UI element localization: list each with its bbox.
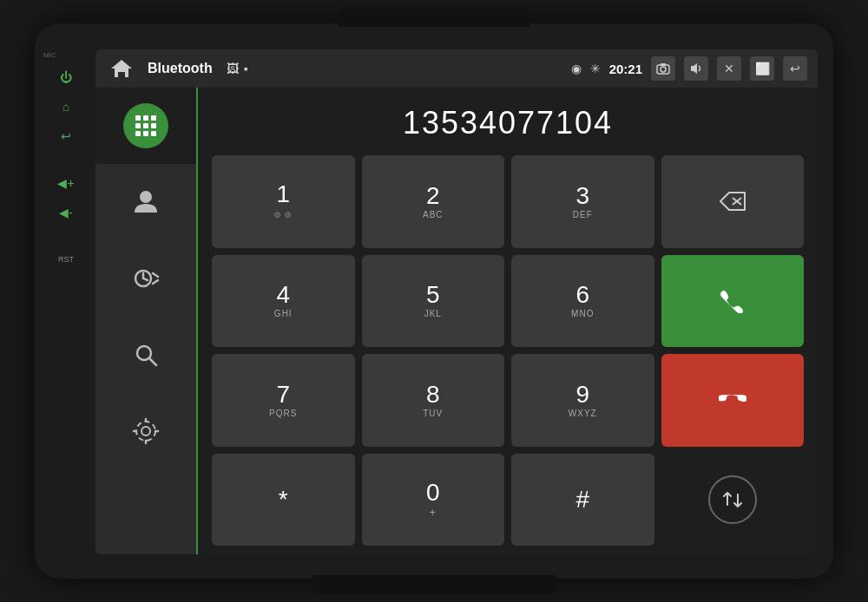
svg-point-14 [140,191,152,203]
svg-marker-0 [111,60,132,77]
svg-rect-5 [135,115,141,121]
contacts-icon [123,180,168,225]
dial-8[interactable]: 8 TUV [362,354,505,447]
letters-6: MNO [571,309,594,318]
transfer-icon [720,487,745,512]
dial-backspace[interactable] [661,155,805,248]
status-time: 20:21 [609,62,642,76]
side-back-button[interactable]: ↩ [56,126,76,147]
letters-4: GHI [274,309,293,318]
digit-1: 1 [276,182,290,206]
svg-rect-13 [151,131,156,136]
home-icon [109,56,134,81]
letters-2: ABC [423,210,444,219]
letters-5: JKL [424,309,442,318]
nav-settings[interactable] [95,393,196,469]
transfer-button[interactable] [708,475,757,524]
letters-1: ⌾ ⌾ [274,208,292,220]
status-bar: Bluetooth 🖼 ▪ ◉ ✳ 20:21 [95,49,818,88]
dial-5[interactable]: 5 JKL [362,255,505,348]
letters-8: TUV [423,409,443,418]
digit-7: 7 [276,383,290,407]
svg-rect-6 [143,115,148,121]
nav-search[interactable] [95,317,196,393]
dial-star[interactable]: * [212,454,355,546]
svg-rect-7 [151,115,156,121]
digit-4: 4 [276,283,290,307]
main-content: 13534077104 1 ⌾ ⌾ 2 ABC 3 DEF [95,88,818,554]
call-icon [719,287,746,315]
svg-rect-3 [661,63,666,66]
reset-button[interactable]: RST [56,249,76,270]
nav-contacts[interactable] [95,164,196,240]
bluetooth-title: Bluetooth [148,61,213,76]
mic-label: MIC [43,51,56,59]
dial-0[interactable]: 0 + [362,454,505,546]
phone-number-display: 13534077104 [212,96,804,155]
settings-icon [123,409,168,454]
side-controls: ⏻ ⌂ ↩ ◀+ ◀- RST [47,67,85,535]
dial-area: 13534077104 1 ⌾ ⌾ 2 ABC 3 DEF [198,88,818,554]
dial-3[interactable]: 3 DEF [511,155,654,248]
svg-rect-8 [135,123,141,128]
digit-5: 5 [426,283,440,307]
status-icons: 🖼 ▪ [227,62,248,75]
letters-3: DEF [573,210,593,219]
back-button[interactable]: ↩ [783,56,807,81]
dial-grid: 1 ⌾ ⌾ 2 ABC 3 DEF [212,155,804,546]
volume-icon [689,62,703,75]
hangup-button[interactable] [661,354,805,447]
camera-icon [656,62,670,75]
svg-line-17 [149,358,156,365]
svg-marker-4 [691,63,697,74]
left-nav [95,88,198,554]
letters-9: WXYZ [569,409,597,418]
screen-area: Bluetooth 🖼 ▪ ◉ ✳ 20:21 [95,49,818,554]
svg-point-18 [141,427,150,435]
dial-1[interactable]: 1 ⌾ ⌾ [212,155,355,248]
window-button[interactable]: ⬜ [750,56,774,81]
svg-rect-11 [135,131,141,136]
home-button[interactable] [106,53,137,84]
dial-2[interactable]: 2 ABC [362,155,505,248]
camera-button[interactable] [651,56,675,81]
digit-9: 9 [575,383,589,407]
svg-point-19 [136,422,155,441]
svg-point-2 [661,67,666,72]
call-button[interactable] [661,255,805,348]
recent-icon [123,256,168,301]
dial-7[interactable]: 7 PQRS [212,354,355,447]
digit-8: 8 [426,383,440,407]
digit-2: 2 [426,184,440,208]
digit-star: * [279,487,288,512]
svg-rect-12 [143,131,148,136]
svg-rect-10 [151,123,156,128]
power-button[interactable]: ⏻ [56,67,76,88]
nav-recent[interactable] [95,240,196,317]
digit-hash: # [575,487,589,512]
digit-0: 0 [426,481,440,505]
close-button[interactable]: ✕ [717,56,741,81]
svg-rect-9 [143,123,148,128]
volume-button[interactable] [684,56,708,81]
status-right: ◉ ✳ 20:21 ✕ ⬜ ↩ [571,56,807,81]
dial-4[interactable]: 4 GHI [212,255,355,348]
bluetooth-icon: ✳ [590,62,601,75]
letters-7: PQRS [269,409,297,418]
gps-icon: ◉ [571,62,582,75]
sd-icon: ▪ [244,62,248,75]
volume-down-button[interactable]: ◀- [56,202,76,223]
dial-6[interactable]: 6 MNO [511,255,654,348]
letters-0: + [430,507,437,519]
nav-dialpad[interactable] [95,88,196,164]
volume-up-button[interactable]: ◀+ [56,173,76,193]
dial-9[interactable]: 9 WXYZ [511,354,654,447]
backspace-icon [717,189,748,213]
car-unit: MIC ⏻ ⌂ ↩ ◀+ ◀- RST Bluetooth 🖼 ▪ ◉ [35,23,833,579]
digit-3: 3 [575,184,589,208]
dial-hash[interactable]: # [511,454,654,546]
side-home-button[interactable]: ⌂ [56,96,76,117]
digit-6: 6 [575,283,589,307]
search-icon [123,332,168,377]
image-icon: 🖼 [227,62,239,75]
